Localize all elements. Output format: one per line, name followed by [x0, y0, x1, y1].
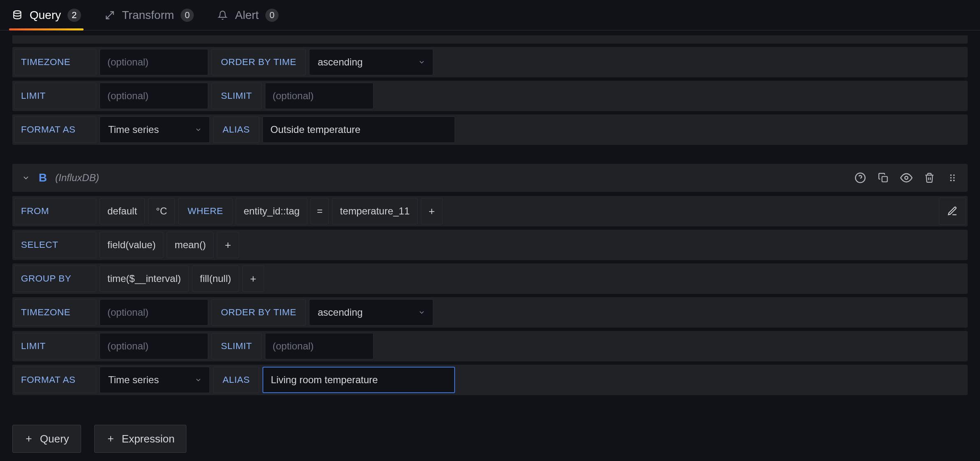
eye-icon[interactable] [900, 172, 913, 184]
chevron-down-icon [418, 309, 425, 316]
label-select: SELECT [14, 232, 96, 258]
row-groupby-b: GROUP BY time($__interval) fill(null) + [12, 263, 968, 294]
timezone-input-b[interactable] [100, 299, 208, 326]
tab-alert-count: 0 [265, 9, 279, 22]
label-from: FROM [14, 198, 96, 224]
orderby-select-a[interactable]: ascending [309, 49, 433, 75]
tabs-bar: Query 2 Transform 0 Alert 0 [0, 0, 980, 30]
select-agg-chip[interactable]: mean() [167, 232, 214, 258]
tab-query-count: 2 [67, 9, 81, 22]
label-timezone: TIMEZONE [14, 49, 96, 75]
groupby-fill-chip[interactable]: fill(null) [192, 265, 239, 292]
formatas-select-a-value: Time series [108, 124, 159, 135]
svg-rect-3 [882, 177, 887, 182]
timezone-input-a[interactable] [100, 49, 208, 75]
where-add-chip[interactable]: + [421, 198, 443, 224]
chevron-down-icon [195, 376, 202, 384]
copy-icon[interactable] [877, 172, 889, 184]
add-query-button[interactable]: Query [12, 425, 81, 453]
chevron-down-icon [21, 173, 30, 182]
tab-query-label: Query [30, 9, 61, 22]
svg-point-4 [905, 176, 908, 179]
label-alias: ALIAS [213, 367, 259, 393]
chevron-down-icon [195, 126, 202, 133]
row-timezone-b: TIMEZONE ORDER BY TIME ascending [12, 297, 968, 328]
query-b-datasource: (InfluxDB) [55, 172, 99, 184]
tab-alert-label: Alert [235, 9, 259, 22]
label-timezone: TIMEZONE [14, 299, 96, 326]
row-limit-a: LIMIT SLIMIT [12, 81, 968, 111]
label-slimit: SLIMIT [211, 333, 262, 359]
scroll-area[interactable]: TIMEZONE ORDER BY TIME ascending LIMIT S… [0, 30, 980, 461]
plus-icon [106, 434, 115, 443]
query-b-letter: B [39, 171, 47, 184]
svg-point-10 [953, 180, 955, 182]
select-field-chip[interactable]: field(value) [100, 232, 163, 258]
toggle-text-edit-button[interactable] [939, 198, 966, 225]
drag-handle-icon[interactable] [946, 172, 959, 184]
row-timezone-a: TIMEZONE ORDER BY TIME ascending [12, 47, 968, 77]
row-limit-b: LIMIT SLIMIT [12, 331, 968, 361]
label-formatas: FORMAT AS [14, 116, 96, 143]
select-add-chip[interactable]: + [217, 232, 239, 258]
label-alias: ALIAS [213, 116, 259, 143]
svg-point-0 [14, 11, 21, 14]
chevron-down-icon [418, 58, 425, 66]
database-icon [12, 9, 23, 21]
limit-input-a[interactable] [100, 83, 208, 109]
alias-input-a[interactable] [262, 116, 455, 143]
tab-transform[interactable]: Transform 0 [104, 0, 194, 30]
groupby-add-chip[interactable]: + [242, 265, 264, 292]
svg-point-5 [950, 175, 952, 176]
label-limit: LIMIT [14, 83, 96, 109]
tab-transform-count: 0 [181, 9, 194, 22]
from-default-chip[interactable]: default [100, 198, 145, 224]
orderby-select-b[interactable]: ascending [309, 299, 433, 326]
label-slimit: SLIMIT [211, 83, 262, 109]
label-orderbytime: ORDER BY TIME [211, 49, 306, 75]
formatas-select-a[interactable]: Time series [100, 116, 210, 143]
orderby-select-b-value: ascending [318, 307, 362, 318]
formatas-select-b-value: Time series [108, 374, 159, 386]
where-op-chip[interactable]: = [311, 198, 329, 224]
orderby-select-a-value: ascending [318, 56, 362, 68]
bell-icon [217, 9, 228, 21]
formatas-select-b[interactable]: Time series [100, 367, 210, 393]
help-icon[interactable] [854, 172, 866, 184]
svg-point-6 [953, 175, 955, 176]
where-value-chip[interactable]: temperature_11 [332, 198, 417, 224]
add-query-label: Query [40, 433, 69, 445]
row-format-a: FORMAT AS Time series ALIAS [12, 114, 968, 145]
tab-alert[interactable]: Alert 0 [217, 0, 279, 30]
query-b-header[interactable]: B (InfluxDB) [12, 164, 968, 192]
plus-icon [24, 434, 33, 443]
from-measurement-chip[interactable]: °C [148, 198, 175, 224]
add-expression-button[interactable]: Expression [94, 425, 187, 453]
alias-input-b[interactable] [262, 367, 455, 393]
label-where: WHERE [178, 198, 232, 224]
row-format-b: FORMAT AS Time series ALIAS [12, 365, 968, 395]
where-field-chip[interactable]: entity_id::tag [236, 198, 307, 224]
transform-icon [104, 9, 116, 21]
groupby-time-chip[interactable]: time($__interval) [100, 265, 189, 292]
label-formatas: FORMAT AS [14, 367, 96, 393]
tab-transform-label: Transform [122, 9, 174, 22]
svg-point-7 [950, 177, 952, 179]
add-expression-label: Expression [122, 433, 175, 445]
slimit-input-a[interactable] [265, 83, 374, 109]
svg-point-8 [953, 177, 955, 179]
tab-query[interactable]: Query 2 [12, 0, 81, 30]
svg-point-9 [950, 180, 952, 182]
limit-input-b[interactable] [100, 333, 208, 359]
slimit-input-b[interactable] [265, 333, 374, 359]
label-orderbytime: ORDER BY TIME [211, 299, 306, 326]
label-limit: LIMIT [14, 333, 96, 359]
row-from-b: FROM default °C WHERE entity_id::tag = t… [12, 196, 968, 226]
label-groupby: GROUP BY [14, 265, 96, 292]
row-select-b: SELECT field(value) mean() + [12, 230, 968, 260]
trash-icon[interactable] [923, 172, 936, 184]
